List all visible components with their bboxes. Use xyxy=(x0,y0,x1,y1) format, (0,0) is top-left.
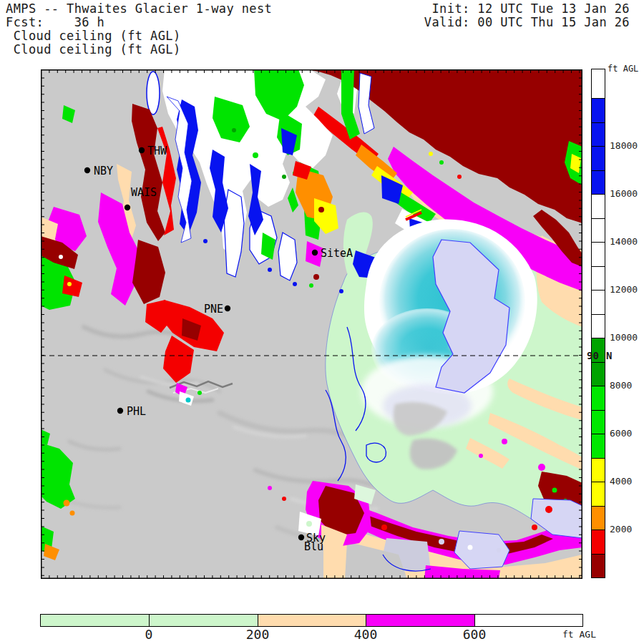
colorbar-tick-14000: 14000 xyxy=(610,236,644,247)
station-dot xyxy=(298,535,304,540)
station-label: WAIS xyxy=(131,186,157,199)
ceiling-colorbar-vertical xyxy=(591,69,605,578)
colorbar-segment xyxy=(592,314,605,338)
station-dot xyxy=(125,205,130,210)
colorbar-segment xyxy=(592,458,605,482)
colorbar-segment xyxy=(592,98,605,122)
station-label: PNE xyxy=(204,303,223,316)
station-label: SiteA xyxy=(321,247,353,260)
valid-time-line: Valid: 00 UTC Thu 15 Jan 26 xyxy=(401,16,630,29)
station-label: NBY xyxy=(94,165,113,177)
station-label-line2: Blu xyxy=(304,540,323,553)
station-dot xyxy=(312,250,318,255)
colorbar-unit-label: ft AGL xyxy=(608,64,638,74)
colorbar-segment xyxy=(592,170,605,194)
model-title: AMPS -- Thwaites Glacier 1-way nest xyxy=(6,2,272,16)
grid-line-label-value: 90 xyxy=(587,350,599,361)
colorbar-segment xyxy=(258,615,366,626)
colorbar-segment xyxy=(592,434,605,458)
colorbar-tick-6000: 6000 xyxy=(610,428,644,439)
bottom-tick-400: 400 xyxy=(337,627,394,642)
colorbar-tick-10000: 10000 xyxy=(610,332,644,343)
bottom-tick-0: 0 xyxy=(120,627,177,642)
colorbar-segment xyxy=(592,506,605,530)
colorbar-segment xyxy=(592,482,605,506)
colorbar-segment xyxy=(592,194,605,218)
colorbar-segment xyxy=(592,530,605,554)
ceiling-colorbar-horizontal xyxy=(40,614,583,627)
station-dot xyxy=(84,167,90,173)
colorbar-segment xyxy=(592,146,605,170)
bottom-colorbar-unit-label: ft AGL xyxy=(562,629,596,640)
field-name-line1: Cloud ceiling (ft AGL) xyxy=(6,29,181,43)
colorbar-segment xyxy=(592,69,605,98)
colorbar-segment xyxy=(592,410,605,434)
init-time-line: Init: 12 UTC Tue 13 Jan 26 xyxy=(401,2,630,16)
colorbar-segment xyxy=(592,122,605,146)
colorbar-segment xyxy=(592,242,605,266)
colorbar-tick-12000: 12000 xyxy=(610,284,644,295)
colorbar-tick-8000: 8000 xyxy=(610,380,644,391)
forecast-hour-line: Fcst: 36 h xyxy=(6,16,104,29)
colorbar-segment xyxy=(474,615,582,626)
colorbar-tick-16000: 16000 xyxy=(610,188,644,199)
bottom-tick-600: 600 xyxy=(446,627,503,642)
colorbar-segment xyxy=(41,615,149,626)
colorbar-segment xyxy=(592,386,605,410)
grid-line-label-suffix: N xyxy=(606,350,612,361)
bottom-tick-200: 200 xyxy=(229,627,286,642)
colorbar-segment xyxy=(592,362,605,386)
station-dot xyxy=(139,147,145,153)
colorbar-tick-18000: 18000 xyxy=(610,140,644,151)
station-dot xyxy=(225,306,230,311)
field-name-line2: Cloud ceiling (ft AGL) xyxy=(6,43,181,57)
station-label: THW xyxy=(147,145,167,157)
colorbar-segment xyxy=(592,554,605,577)
station-dot xyxy=(117,408,123,414)
colorbar-segment xyxy=(592,266,605,290)
colorbar-tick-2000: 2000 xyxy=(610,524,644,535)
station-label: PHL xyxy=(127,405,146,418)
amps-forecast-page: AMPS -- Thwaites Glacier 1-way nest Fcst… xyxy=(0,0,644,644)
colorbar-segment xyxy=(592,218,605,242)
colorbar-segment xyxy=(149,615,258,626)
colorbar-segment xyxy=(592,290,605,314)
colorbar-tick-4000: 4000 xyxy=(610,476,644,487)
forecast-map: THW NBY WAIS SiteA PNE PHL SkyBlu xyxy=(41,69,582,579)
colorbar-segment xyxy=(366,615,474,626)
